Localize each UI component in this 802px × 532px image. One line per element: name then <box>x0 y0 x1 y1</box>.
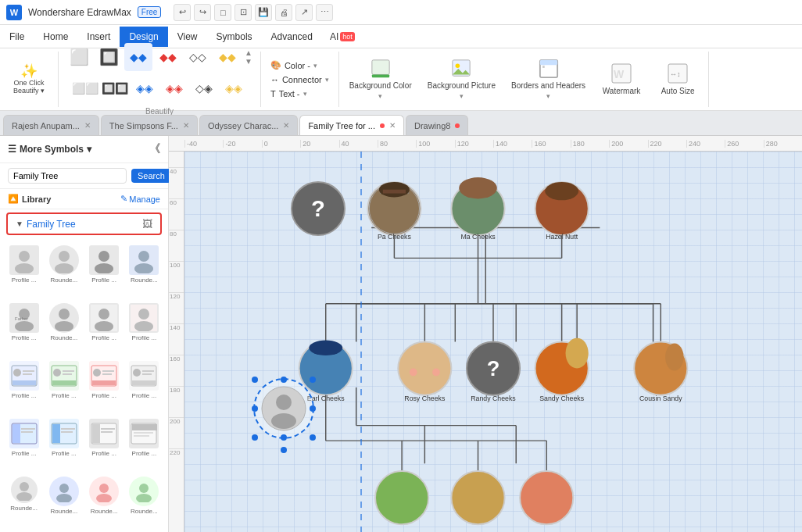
symbol-profile-3[interactable]: Father Profile ... <box>5 299 43 355</box>
symbol-profile-1[interactable]: Profile ... <box>5 241 43 298</box>
one-click-beautify-btn[interactable]: ✨ One ClickBeautify ▾ <box>6 58 52 102</box>
layout12-btn[interactable]: ◈◈ <box>220 74 248 102</box>
canvas-content[interactable]: ? Pa Cheeks Pa Cheeks Ma Cheeks Hazel Nu… <box>184 152 802 532</box>
layout6-btn[interactable]: ◆◆ <box>213 43 242 71</box>
handle-mr[interactable] <box>310 405 316 412</box>
symbol-rounded-3[interactable]: Rounde... <box>45 299 83 355</box>
search-button[interactable]: Search <box>131 169 171 183</box>
layout1-btn[interactable]: ⬜ <box>65 43 93 71</box>
layout8-btn[interactable]: 🔲🔲 <box>101 74 129 102</box>
layout9-btn[interactable]: ◈◈ <box>131 74 159 102</box>
menu-ai[interactable]: AI hot <box>322 27 363 47</box>
beautify-label: One ClickBeautify ▾ <box>13 80 45 95</box>
symbol-card-1[interactable]: Profile ... <box>5 357 43 413</box>
menu-file[interactable]: File <box>0 27 34 47</box>
tree-image-icon[interactable]: 🖼 <box>142 218 152 230</box>
text-row[interactable]: T Text - ▾ <box>267 87 332 100</box>
svg-point-68 <box>16 492 32 501</box>
sidebar-header: ☰ More Symbols ▾ 《 <box>0 136 168 163</box>
svg-point-26 <box>98 309 109 320</box>
symbol-profile-4[interactable]: Profile ... <box>85 299 124 355</box>
svg-point-24 <box>55 321 73 331</box>
tab-family-tree-close[interactable]: ✕ <box>389 121 396 130</box>
symbol-card-3[interactable]: Profile ... <box>125 357 163 413</box>
save-btn[interactable]: 💾 <box>255 4 272 21</box>
layout11-btn[interactable]: ◇◈ <box>190 74 218 102</box>
handle-tm[interactable] <box>281 377 287 383</box>
symbol-rounded-2[interactable]: Rounde... <box>125 241 163 298</box>
symbol-card-blue1[interactable]: Profile ... <box>5 415 43 471</box>
new-btn[interactable]: □ <box>214 4 231 21</box>
layout7-btn[interactable]: ⬜⬜ <box>71 74 99 102</box>
tab-simpsons[interactable]: The Simpsons F... ✕ <box>101 115 198 135</box>
handle-ml[interactable] <box>252 405 258 412</box>
tab-odyssey[interactable]: Odyssey Charac... ✕ <box>199 115 298 135</box>
sidebar-collapse-btn[interactable]: 《 <box>149 142 160 156</box>
symbol-small-3[interactable]: Rounde... <box>85 473 124 529</box>
manage-btn[interactable]: ✎ Manage <box>120 194 160 204</box>
tab-drawing8[interactable]: Drawing8 <box>406 115 468 135</box>
svg-rect-61 <box>101 428 115 430</box>
symbol-small-4[interactable]: Rounde... <box>125 473 163 529</box>
handle-bm[interactable] <box>281 434 287 441</box>
symbol-profile-2[interactable]: Profile ... <box>85 241 124 298</box>
undo-btn[interactable]: ↩ <box>174 4 191 21</box>
family-tree-svg: ? Pa Cheeks Pa Cheeks Ma Cheeks Hazel Nu… <box>184 152 802 532</box>
tab-simpsons-close[interactable]: ✕ <box>183 121 189 130</box>
tab-family-tree[interactable]: Family Tree for ... ✕ <box>299 115 404 135</box>
auto-size-btn[interactable]: ↔↕ Auto Size <box>650 55 705 104</box>
color-row[interactable]: 🎨 Color - ▾ <box>267 59 332 72</box>
layout5-btn[interactable]: ◇◇ <box>184 43 212 71</box>
svg-rect-39 <box>63 373 72 375</box>
svg-rect-1 <box>372 74 389 77</box>
svg-rect-58 <box>61 431 73 433</box>
symbol-card-2[interactable]: Profile ... <box>45 357 83 413</box>
bg-color-dropdown: ▾ <box>378 92 382 100</box>
layout10-btn[interactable]: ◈◈ <box>160 74 188 102</box>
handle-tr[interactable] <box>310 377 316 383</box>
menu-advanced[interactable]: Advanced <box>262 27 322 47</box>
layout3-btn[interactable]: ◆◆ <box>124 43 152 71</box>
handle-tl[interactable] <box>252 377 258 383</box>
symbol-card-5[interactable]: Profile ... <box>125 415 163 471</box>
svg-point-138 <box>271 413 296 429</box>
symbol-card-red[interactable]: Profile ... <box>85 357 124 413</box>
symbol-rounded-1[interactable]: Rounde... <box>45 241 83 298</box>
symbol-profile-5[interactable]: Profile ... <box>125 299 163 355</box>
layout2-btn[interactable]: 🔲 <box>95 43 123 71</box>
family-tree-item[interactable]: ▼ Family Tree 🖼 <box>6 212 162 235</box>
tab-rajesh-close[interactable]: ✕ <box>84 121 91 130</box>
symbol-card-4[interactable]: Profile ... <box>85 415 124 471</box>
redo-btn[interactable]: ↪ <box>194 4 211 21</box>
search-row: Search <box>0 163 168 189</box>
tab-drawing8-label: Drawing8 <box>414 121 450 130</box>
auto-size-icon: ↔↕ <box>667 62 689 84</box>
export-btn[interactable]: ↗ <box>295 4 313 21</box>
connector-row[interactable]: ↔ Connector ▾ <box>267 73 332 86</box>
open-btn[interactable]: ⊡ <box>235 4 252 21</box>
tab-rajesh[interactable]: Rajesh Anupam... ✕ <box>3 115 99 135</box>
borders-headers-btn[interactable]: ≡ Borders and Headers ▾ <box>504 55 593 104</box>
selected-node[interactable] <box>253 378 314 439</box>
tab-family-tree-label: Family Tree for ... <box>308 121 375 130</box>
bg-color-btn[interactable]: Background Color ▾ <box>342 55 419 104</box>
svg-rect-56 <box>52 424 60 443</box>
color-connector-text-section: 🎨 Color - ▾ ↔ Connector ▾ T Text - ▾ <box>261 52 339 107</box>
svg-text:Sandy Cheeks: Sandy Cheeks <box>539 395 585 402</box>
expand-arrow[interactable]: ▲▼ <box>243 47 254 67</box>
symbol-card-blue2[interactable]: Profile ... <box>45 415 83 471</box>
bg-picture-btn[interactable]: Background Picture ▾ <box>421 55 503 104</box>
more-btn[interactable]: ⋯ <box>316 4 333 21</box>
svg-point-29 <box>138 309 149 320</box>
symbol-small-2[interactable]: Rounde... <box>45 473 83 529</box>
handle-bc[interactable] <box>281 447 287 453</box>
symbol-small-1[interactable]: Rounde... <box>5 473 43 529</box>
bg-picture-icon <box>450 59 472 79</box>
layout4-btn[interactable]: ◆◆ <box>154 43 182 71</box>
handle-br[interactable] <box>310 434 316 441</box>
tab-odyssey-close[interactable]: ✕ <box>283 121 289 130</box>
print-btn[interactable]: 🖨 <box>275 4 292 21</box>
handle-bl[interactable] <box>252 434 258 441</box>
watermark-btn[interactable]: W Watermark <box>594 55 649 104</box>
search-input[interactable] <box>8 168 127 184</box>
